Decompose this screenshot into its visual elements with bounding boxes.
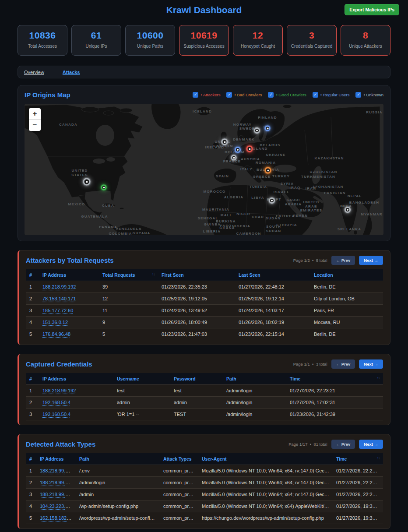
map-marker-regular[interactable] [265, 126, 271, 131]
ip-link[interactable]: 188.218.99.192 [40, 468, 73, 473]
stats-row: 10836Total Accesses61Unique IPs10600Uniq… [18, 25, 390, 56]
cell-ip-address: 192.168.50.4 [39, 409, 113, 420]
legend-item-attacker[interactable]: ✓• Attackers [193, 92, 220, 98]
column-header-ip-address[interactable]: IP Address [36, 453, 76, 465]
stat-label: Honeypot Caught [235, 44, 281, 49]
column-header-ip-address[interactable]: IP Address [39, 269, 99, 281]
credentials-section: Captured Credentials Page 1/1 • 3 total … [18, 354, 390, 425]
next-page-button[interactable]: Next → [359, 359, 383, 369]
cell-ip-address: 185.177.72.60 [39, 305, 99, 317]
table-row: 1188.218.99.1923901/23/2026, 22:35:2301/… [26, 281, 383, 293]
cell-path: /wp-admin/setup-config.php [76, 500, 160, 512]
column-header-last-seen[interactable]: Last Seen [235, 269, 310, 281]
column-header-[interactable]: # [26, 269, 39, 281]
map-marker-attacker[interactable] [246, 146, 253, 152]
column-header-username[interactable]: Username [113, 373, 170, 385]
column-header-total-requests[interactable]: Total Requests↑↓ [99, 269, 158, 281]
legend-checkbox[interactable]: ✓ [313, 92, 318, 98]
cell-ip-address: 176.84.96.48 [39, 328, 99, 340]
stat-label: Credentials Captured [289, 44, 334, 49]
column-header-attack-types[interactable]: Attack Types [160, 453, 198, 465]
map-zoom-control: + − [29, 108, 41, 131]
world-map[interactable]: + − CANADAUNITED STATESMEXICOCUBAGUATEMA… [25, 104, 383, 235]
map-marker-good[interactable] [101, 185, 107, 190]
ip-link[interactable]: 151.36.0.12 [42, 320, 68, 325]
map-marker-bad[interactable] [265, 167, 271, 174]
map-marker-unknown[interactable] [231, 155, 237, 161]
map-marker-unknown[interactable] [222, 139, 228, 145]
ip-link[interactable]: 188.218.99.192 [40, 480, 73, 485]
ip-link[interactable]: 192.168.50.4 [42, 400, 70, 405]
map-marker-unknown[interactable] [254, 127, 260, 134]
cell-time: 01/27/2026, 22:23:21 [333, 477, 383, 489]
cell-ip-address: 188.218.99.192 [39, 281, 99, 293]
cell-location: Paris, FR [310, 305, 383, 317]
cell-attack-types: common_probes [160, 465, 198, 477]
attack-types-pagination: Page 1/17 • 81 total ← Prev Next → [288, 440, 383, 449]
cell-location: Berlin, DE [310, 328, 383, 340]
map-marker-unknown[interactable] [83, 178, 91, 186]
next-page-button[interactable]: Next → [359, 256, 383, 265]
map-marker-unknown[interactable] [345, 207, 351, 213]
map-canvas [25, 104, 380, 235]
map-marker-regular[interactable] [235, 147, 241, 153]
ip-link[interactable]: 185.177.72.60 [42, 308, 73, 313]
legend-checkbox[interactable]: ✓ [355, 92, 361, 98]
stat-card-honeypot-caught: 12Honeypot Caught [233, 25, 283, 56]
prev-page-button[interactable]: ← Prev [331, 359, 355, 369]
column-header-path[interactable]: Path [76, 453, 160, 465]
cell-password: TEST [170, 409, 223, 420]
column-header-time[interactable]: Time↑↓ [286, 373, 383, 385]
ip-link[interactable]: 188.218.99.192 [42, 388, 76, 393]
column-header-user-agent[interactable]: User-Agent [198, 453, 333, 465]
cell-time: 01/27/2026, 19:35:33 [333, 512, 383, 524]
legend-item-unknown[interactable]: ✓• Unknown [355, 92, 383, 98]
ip-link[interactable]: 192.168.50.4 [42, 412, 70, 417]
column-header-password[interactable]: Password [170, 373, 223, 385]
table-row: 4104.23.223.128/wp-admin/setup-config.ph… [26, 500, 383, 512]
next-page-button[interactable]: Next → [359, 440, 383, 449]
column-header-[interactable]: # [26, 373, 39, 385]
page-indicator: Page 1/17 • 81 total [288, 442, 327, 447]
cell-: 1 [26, 281, 39, 293]
export-malicious-ips-button[interactable]: Export Malicious IPs [345, 4, 399, 15]
sort-icon[interactable]: ↑↓ [377, 456, 380, 460]
legend-label: • Unknown [363, 92, 383, 97]
prev-page-button[interactable]: ← Prev [331, 440, 355, 449]
ip-link[interactable]: 78.153.140.171 [42, 296, 76, 301]
map-marker-unknown[interactable] [269, 197, 275, 204]
tab-attacks[interactable]: Attacks [63, 70, 80, 75]
cell-first-seen: 01/23/2026, 21:47:03 [158, 328, 235, 340]
cell-time: 01/27/2026, 22:22:54 [333, 489, 383, 500]
legend-checkbox[interactable]: ✓ [193, 92, 198, 98]
legend-item-good[interactable]: ✓• Good Crawlers [268, 92, 306, 98]
cell-username: admin [113, 397, 170, 409]
table-row: 3188.218.99.192/admincommon_probesMozill… [26, 489, 383, 500]
legend-label: • Good Crawlers [276, 92, 306, 97]
ip-link[interactable]: 188.218.99.192 [40, 492, 73, 497]
legend-checkbox[interactable]: ✓ [268, 92, 274, 98]
zoom-out-button[interactable]: − [29, 120, 41, 131]
table-row: 3185.177.72.601101/24/2026, 13:49:5201/2… [26, 305, 383, 317]
column-header-time[interactable]: Time↑↓ [333, 453, 383, 465]
attack-types-section: Detected Attack Types Page 1/17 • 81 tot… [18, 434, 390, 529]
zoom-in-button[interactable]: + [29, 108, 41, 120]
legend-checkbox[interactable]: ✓ [226, 92, 232, 98]
column-header-path[interactable]: Path [223, 373, 286, 385]
column-header-location[interactable]: Location [310, 269, 383, 281]
stat-value: 61 [74, 30, 119, 41]
legend-item-regular[interactable]: ✓• Regular Users [313, 92, 350, 98]
ip-link[interactable]: 162.158.182.104 [40, 515, 76, 521]
ip-link[interactable]: 104.23.223.128 [40, 504, 73, 509]
column-header-first-seen[interactable]: First Seen [158, 269, 235, 281]
sort-icon[interactable]: ↑↓ [377, 376, 380, 380]
column-header-ip-address[interactable]: IP Address [39, 373, 113, 385]
cell-path: /admin/login [223, 409, 286, 420]
ip-link[interactable]: 188.218.99.192 [42, 284, 76, 289]
ip-link[interactable]: 176.84.96.48 [42, 331, 70, 337]
legend-item-bad[interactable]: ✓• Bad Crawlers [226, 92, 262, 98]
tab-overview[interactable]: Overview [24, 70, 44, 75]
prev-page-button[interactable]: ← Prev [331, 256, 355, 265]
column-header-[interactable]: # [26, 453, 36, 465]
sort-icon[interactable]: ↑↓ [152, 272, 155, 276]
